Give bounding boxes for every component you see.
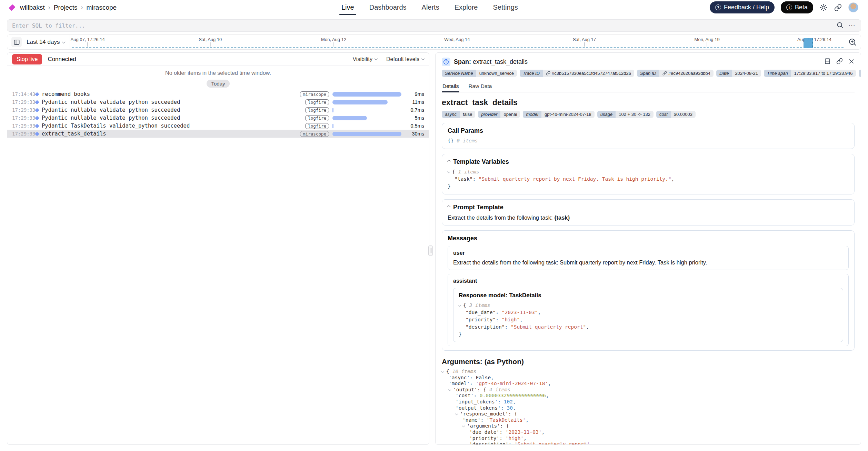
- breadcrumb-projects[interactable]: Projects: [54, 4, 78, 11]
- expand-chevron-icon[interactable]: [448, 388, 451, 391]
- code-line: 'async': False,: [442, 375, 855, 381]
- badge-label: async: [442, 111, 460, 118]
- code-token: ,: [526, 417, 529, 423]
- list-item[interactable]: 17:29:33 Pydantic nullable validate_pyth…: [7, 114, 429, 122]
- scope-badge: mirascope: [300, 91, 329, 97]
- timeline-tick: Sat, Aug 10: [199, 37, 222, 47]
- code-token: 'priority': [469, 435, 499, 441]
- code-line: 'cost': 0.00003329999999999996,: [442, 393, 855, 399]
- code-token: 3 items: [466, 302, 490, 308]
- breadcrumb-separator-icon: ›: [48, 4, 50, 11]
- share-link-icon[interactable]: [834, 3, 842, 12]
- user-avatar[interactable]: [848, 2, 858, 12]
- sidebar-toggle-icon[interactable]: [11, 37, 22, 47]
- search-icon[interactable]: [836, 21, 844, 30]
- prompt-template-title[interactable]: Prompt Template: [448, 204, 849, 211]
- code-token: ,: [491, 375, 494, 380]
- meta-value: 2024-08-21: [732, 70, 761, 77]
- code-token: ,: [523, 435, 527, 441]
- code-line: "task": "Submit quarterly report by next…: [448, 176, 849, 183]
- provider-badge: provideropenai: [478, 111, 520, 118]
- span-diamond-icon: [35, 116, 39, 120]
- code-line: 'arguments': {: [442, 423, 855, 429]
- brand-logo-diamond-icon[interactable]: [9, 4, 15, 11]
- list-item[interactable]: 17:29:33 Pydantic TaskDetails validate_p…: [7, 122, 429, 130]
- row-timestamp: 17:29:33: [12, 99, 35, 105]
- expand-chevron-icon[interactable]: [455, 412, 458, 415]
- duration-bar: [332, 116, 367, 120]
- list-item[interactable]: 17:14:43 recommend_books mirascope 9ms: [7, 90, 429, 98]
- code-token: 'model': [449, 381, 470, 386]
- nav-tab-live[interactable]: Live: [341, 0, 354, 15]
- feedback-help-button[interactable]: ? Feedback / Help: [710, 1, 775, 13]
- row-span-name: Pydantic TaskDetails validate_python suc…: [42, 123, 305, 129]
- connection-status: Connected: [48, 56, 76, 63]
- scope-badge: logfire: [305, 115, 329, 121]
- code-token: :: [498, 399, 503, 404]
- list-item[interactable]: 17:29:33 Pydantic nullable validate_pyth…: [7, 98, 429, 106]
- arguments-title: Arguments: (as Python): [442, 358, 855, 366]
- breadcrumb-org[interactable]: willbakst: [20, 4, 45, 11]
- split-view-icon[interactable]: [824, 58, 831, 66]
- code-token: :: [472, 176, 478, 182]
- panel-resize-handle[interactable]: [428, 245, 433, 256]
- visibility-dropdown[interactable]: Visibility: [352, 56, 377, 62]
- zoom-in-icon[interactable]: [848, 38, 857, 46]
- expand-chevron-icon[interactable]: [458, 304, 461, 307]
- expand-chevron-icon[interactable]: [447, 170, 450, 173]
- close-icon[interactable]: [848, 58, 855, 66]
- list-item-selected[interactable]: 17:29:33 extract_task_details mirascope …: [7, 130, 429, 138]
- code-token: 0 items: [453, 138, 478, 143]
- copy-link-icon[interactable]: [836, 58, 843, 66]
- nav-tab-dashboards[interactable]: Dashboards: [369, 0, 407, 15]
- messages-card: Messages user Extract the details from t…: [442, 230, 855, 351]
- usage-badge: usage102 + 30 -> 132: [597, 111, 654, 118]
- more-options-icon[interactable]: ⋯: [848, 21, 856, 30]
- code-token: : {: [477, 387, 489, 392]
- span-diamond-icon: [35, 124, 39, 128]
- chevron-down-icon: [421, 57, 425, 60]
- row-timestamp: 17:14:43: [12, 91, 35, 97]
- collapse-chevron-icon[interactable]: [447, 160, 451, 163]
- span-info-icon: [442, 58, 450, 66]
- sql-filter-input[interactable]: [12, 22, 836, 29]
- default-levels-dropdown[interactable]: Default levels: [386, 56, 424, 62]
- code-token: :: [505, 324, 511, 330]
- meta-value: #9c942620aa93dbb4: [668, 71, 710, 76]
- expand-chevron-icon[interactable]: [462, 424, 465, 427]
- meta-label: Span ID: [637, 70, 659, 77]
- expand-chevron-icon[interactable]: [441, 370, 444, 373]
- collapse-chevron-icon[interactable]: [447, 205, 451, 209]
- code-line: }: [459, 331, 838, 338]
- tick-label: Sat, Aug 17: [573, 37, 596, 42]
- trace-id-pill[interactable]: Trace ID#c3b5157330ea5c1fd4572747af512d2…: [520, 70, 634, 77]
- code-token: 'TaskDetails': [487, 417, 526, 423]
- breadcrumb-project-name[interactable]: mirascope: [86, 4, 117, 11]
- code-token: ,: [520, 317, 523, 322]
- stop-live-button[interactable]: Stop live: [12, 54, 42, 64]
- time-range-dropdown[interactable]: Last 14 days: [22, 39, 70, 46]
- code-token: "description": [466, 324, 505, 330]
- timeline-selection-region[interactable]: [804, 38, 813, 48]
- response-model-card: Response model: TaskDetails { 3 items"du…: [453, 288, 843, 342]
- code-token: :: [499, 429, 505, 435]
- nav-tab-alerts[interactable]: Alerts: [422, 0, 439, 15]
- template-variables-title[interactable]: Template Variables: [448, 158, 849, 166]
- tab-details[interactable]: Details: [442, 82, 459, 92]
- theme-toggle-sun-icon[interactable]: [819, 3, 828, 12]
- span-id-pill[interactable]: Span ID#9c942620aa93dbb4: [637, 70, 714, 77]
- code-token: "2023-11-03": [502, 310, 538, 315]
- beta-label: Beta: [795, 4, 808, 11]
- code-token: 'name': [462, 417, 480, 423]
- list-item[interactable]: 17:29:33 Pydantic nullable validate_pyth…: [7, 106, 429, 114]
- row-timestamp: 17:29:33: [12, 107, 35, 113]
- nav-tab-settings[interactable]: Settings: [493, 0, 518, 15]
- content-area: Stop live Connected Visibility Default l…: [7, 52, 861, 445]
- span-heading: extract_task_details: [442, 98, 855, 107]
- tab-raw-data[interactable]: Raw Data: [468, 82, 492, 92]
- timeline-track[interactable]: Aug 07, 17:26:14 Sat, Aug 10 Mon, Aug 12…: [72, 34, 844, 50]
- beta-button[interactable]: i Beta: [781, 1, 813, 13]
- span-meta-row: Service Nameunknown_service Trace ID#c3b…: [442, 70, 855, 77]
- row-span-name: Pydantic nullable validate_python succee…: [42, 115, 305, 121]
- nav-tab-explore[interactable]: Explore: [455, 0, 478, 15]
